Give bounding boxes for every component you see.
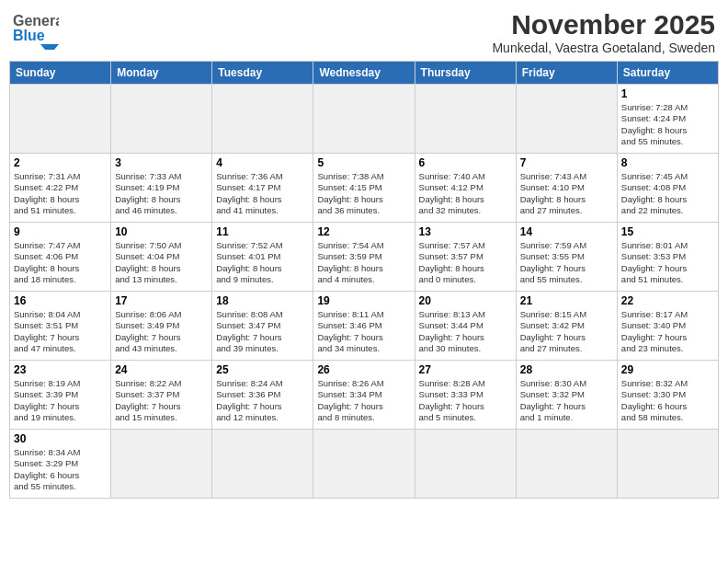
day-info: Sunrise: 8:11 AM Sunset: 3:46 PM Dayligh… xyxy=(317,309,410,354)
day-number: 8 xyxy=(621,156,714,169)
day-info: Sunrise: 8:19 AM Sunset: 3:39 PM Dayligh… xyxy=(14,378,107,423)
day-number: 24 xyxy=(115,363,208,376)
day-info: Sunrise: 7:40 AM Sunset: 4:12 PM Dayligh… xyxy=(419,171,512,216)
day-info: Sunrise: 8:15 AM Sunset: 3:42 PM Dayligh… xyxy=(520,309,613,354)
day-number: 11 xyxy=(216,225,309,238)
calendar-cell: 25Sunrise: 8:24 AM Sunset: 3:36 PM Dayli… xyxy=(212,361,313,430)
calendar-header-tuesday: Tuesday xyxy=(212,62,313,85)
calendar-cell: 23Sunrise: 8:19 AM Sunset: 3:39 PM Dayli… xyxy=(10,361,111,430)
day-number: 10 xyxy=(115,225,208,238)
calendar-cell: 24Sunrise: 8:22 AM Sunset: 3:37 PM Dayli… xyxy=(111,361,212,430)
page-header: General Blue November 2025 Munkedal, Vae… xyxy=(9,9,719,55)
day-number: 3 xyxy=(115,156,208,169)
day-info: Sunrise: 7:28 AM Sunset: 4:24 PM Dayligh… xyxy=(621,102,714,147)
calendar-cell: 18Sunrise: 8:08 AM Sunset: 3:47 PM Dayli… xyxy=(212,292,313,361)
day-number: 2 xyxy=(14,156,107,169)
calendar-cell xyxy=(313,85,415,154)
day-number: 27 xyxy=(419,363,512,376)
day-number: 14 xyxy=(520,225,613,238)
calendar-header-sunday: Sunday xyxy=(10,62,111,85)
calendar-cell: 2Sunrise: 7:31 AM Sunset: 4:22 PM Daylig… xyxy=(10,154,111,223)
day-info: Sunrise: 7:57 AM Sunset: 3:57 PM Dayligh… xyxy=(419,240,512,285)
day-info: Sunrise: 7:50 AM Sunset: 4:04 PM Dayligh… xyxy=(115,240,208,285)
calendar-cell: 9Sunrise: 7:47 AM Sunset: 4:06 PM Daylig… xyxy=(10,223,111,292)
day-number: 18 xyxy=(216,294,309,307)
month-title: November 2025 xyxy=(492,9,715,40)
calendar-cell: 11Sunrise: 7:52 AM Sunset: 4:01 PM Dayli… xyxy=(212,223,313,292)
day-number: 29 xyxy=(621,363,714,376)
day-number: 13 xyxy=(419,225,512,238)
day-info: Sunrise: 7:33 AM Sunset: 4:19 PM Dayligh… xyxy=(115,171,208,216)
calendar-cell: 29Sunrise: 8:32 AM Sunset: 3:30 PM Dayli… xyxy=(617,361,718,430)
calendar-cell: 13Sunrise: 7:57 AM Sunset: 3:57 PM Dayli… xyxy=(415,223,516,292)
day-number: 16 xyxy=(14,294,107,307)
calendar-cell xyxy=(415,85,516,154)
day-info: Sunrise: 8:01 AM Sunset: 3:53 PM Dayligh… xyxy=(621,240,714,285)
calendar-cell: 4Sunrise: 7:36 AM Sunset: 4:17 PM Daylig… xyxy=(212,154,313,223)
calendar-cell: 21Sunrise: 8:15 AM Sunset: 3:42 PM Dayli… xyxy=(516,292,617,361)
day-number: 19 xyxy=(317,294,410,307)
calendar-header-thursday: Thursday xyxy=(415,62,516,85)
day-number: 28 xyxy=(520,363,613,376)
day-info: Sunrise: 8:04 AM Sunset: 3:51 PM Dayligh… xyxy=(14,309,107,354)
day-info: Sunrise: 7:36 AM Sunset: 4:17 PM Dayligh… xyxy=(216,171,309,216)
logo-area: General Blue xyxy=(13,9,59,50)
calendar-cell: 6Sunrise: 7:40 AM Sunset: 4:12 PM Daylig… xyxy=(415,154,516,223)
calendar-cell xyxy=(415,430,516,499)
calendar-cell: 20Sunrise: 8:13 AM Sunset: 3:44 PM Dayli… xyxy=(415,292,516,361)
calendar-cell: 1Sunrise: 7:28 AM Sunset: 4:24 PM Daylig… xyxy=(617,85,718,154)
calendar-week-2: 2Sunrise: 7:31 AM Sunset: 4:22 PM Daylig… xyxy=(10,154,719,223)
day-number: 12 xyxy=(317,225,410,238)
day-number: 1 xyxy=(621,87,714,100)
day-number: 15 xyxy=(621,225,714,238)
calendar-cell: 19Sunrise: 8:11 AM Sunset: 3:46 PM Dayli… xyxy=(313,292,415,361)
day-number: 4 xyxy=(216,156,309,169)
calendar-cell: 15Sunrise: 8:01 AM Sunset: 3:53 PM Dayli… xyxy=(617,223,718,292)
calendar-cell xyxy=(516,430,617,499)
svg-marker-2 xyxy=(40,44,59,50)
day-info: Sunrise: 8:22 AM Sunset: 3:37 PM Dayligh… xyxy=(115,378,208,423)
day-number: 20 xyxy=(419,294,512,307)
svg-text:General: General xyxy=(13,13,59,29)
day-info: Sunrise: 8:34 AM Sunset: 3:29 PM Dayligh… xyxy=(14,447,107,492)
calendar-header-monday: Monday xyxy=(111,62,212,85)
calendar-cell: 12Sunrise: 7:54 AM Sunset: 3:59 PM Dayli… xyxy=(313,223,415,292)
day-number: 21 xyxy=(520,294,613,307)
calendar-cell xyxy=(10,85,111,154)
calendar-cell: 5Sunrise: 7:38 AM Sunset: 4:15 PM Daylig… xyxy=(313,154,415,223)
day-info: Sunrise: 8:26 AM Sunset: 3:34 PM Dayligh… xyxy=(317,378,410,423)
day-number: 9 xyxy=(14,225,107,238)
calendar-header-friday: Friday xyxy=(516,62,617,85)
calendar-week-6: 30Sunrise: 8:34 AM Sunset: 3:29 PM Dayli… xyxy=(10,430,719,499)
location-subtitle: Munkedal, Vaestra Goetaland, Sweden xyxy=(492,40,715,55)
day-number: 22 xyxy=(621,294,714,307)
day-info: Sunrise: 8:08 AM Sunset: 3:47 PM Dayligh… xyxy=(216,309,309,354)
calendar-cell: 22Sunrise: 8:17 AM Sunset: 3:40 PM Dayli… xyxy=(617,292,718,361)
calendar-cell xyxy=(111,85,212,154)
calendar-cell: 14Sunrise: 7:59 AM Sunset: 3:55 PM Dayli… xyxy=(516,223,617,292)
calendar-cell: 26Sunrise: 8:26 AM Sunset: 3:34 PM Dayli… xyxy=(313,361,415,430)
day-number: 5 xyxy=(317,156,410,169)
calendar-cell: 16Sunrise: 8:04 AM Sunset: 3:51 PM Dayli… xyxy=(10,292,111,361)
day-info: Sunrise: 8:13 AM Sunset: 3:44 PM Dayligh… xyxy=(419,309,512,354)
day-info: Sunrise: 8:06 AM Sunset: 3:49 PM Dayligh… xyxy=(115,309,208,354)
day-info: Sunrise: 8:17 AM Sunset: 3:40 PM Dayligh… xyxy=(621,309,714,354)
calendar-week-4: 16Sunrise: 8:04 AM Sunset: 3:51 PM Dayli… xyxy=(10,292,719,361)
calendar-cell xyxy=(212,430,313,499)
day-info: Sunrise: 8:28 AM Sunset: 3:33 PM Dayligh… xyxy=(419,378,512,423)
calendar-header-wednesday: Wednesday xyxy=(313,62,415,85)
title-area: November 2025 Munkedal, Vaestra Goetalan… xyxy=(492,9,715,55)
day-info: Sunrise: 8:24 AM Sunset: 3:36 PM Dayligh… xyxy=(216,378,309,423)
day-number: 23 xyxy=(14,363,107,376)
calendar-cell xyxy=(212,85,313,154)
calendar-cell: 17Sunrise: 8:06 AM Sunset: 3:49 PM Dayli… xyxy=(111,292,212,361)
calendar-cell: 27Sunrise: 8:28 AM Sunset: 3:33 PM Dayli… xyxy=(415,361,516,430)
day-info: Sunrise: 7:59 AM Sunset: 3:55 PM Dayligh… xyxy=(520,240,613,285)
calendar-cell: 8Sunrise: 7:45 AM Sunset: 4:08 PM Daylig… xyxy=(617,154,718,223)
calendar-cell: 7Sunrise: 7:43 AM Sunset: 4:10 PM Daylig… xyxy=(516,154,617,223)
calendar-cell: 3Sunrise: 7:33 AM Sunset: 4:19 PM Daylig… xyxy=(111,154,212,223)
calendar-cell xyxy=(617,430,718,499)
day-number: 25 xyxy=(216,363,309,376)
day-number: 6 xyxy=(419,156,512,169)
day-number: 7 xyxy=(520,156,613,169)
